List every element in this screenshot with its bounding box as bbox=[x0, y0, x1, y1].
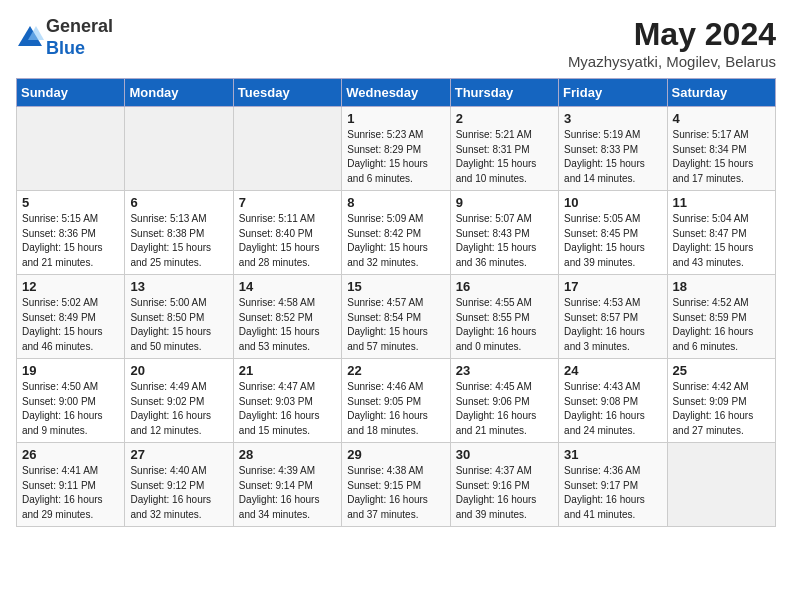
calendar-cell: 20Sunrise: 4:49 AM Sunset: 9:02 PM Dayli… bbox=[125, 359, 233, 443]
calendar-cell: 6Sunrise: 5:13 AM Sunset: 8:38 PM Daylig… bbox=[125, 191, 233, 275]
day-number: 13 bbox=[130, 279, 227, 294]
calendar-cell: 14Sunrise: 4:58 AM Sunset: 8:52 PM Dayli… bbox=[233, 275, 341, 359]
day-info: Sunrise: 4:43 AM Sunset: 9:08 PM Dayligh… bbox=[564, 380, 661, 438]
weekday-header-saturday: Saturday bbox=[667, 79, 775, 107]
calendar-cell: 3Sunrise: 5:19 AM Sunset: 8:33 PM Daylig… bbox=[559, 107, 667, 191]
weekday-header-sunday: Sunday bbox=[17, 79, 125, 107]
day-number: 15 bbox=[347, 279, 444, 294]
calendar-cell: 28Sunrise: 4:39 AM Sunset: 9:14 PM Dayli… bbox=[233, 443, 341, 527]
day-number: 27 bbox=[130, 447, 227, 462]
calendar-cell: 31Sunrise: 4:36 AM Sunset: 9:17 PM Dayli… bbox=[559, 443, 667, 527]
day-number: 20 bbox=[130, 363, 227, 378]
calendar-cell: 13Sunrise: 5:00 AM Sunset: 8:50 PM Dayli… bbox=[125, 275, 233, 359]
calendar-cell: 7Sunrise: 5:11 AM Sunset: 8:40 PM Daylig… bbox=[233, 191, 341, 275]
day-number: 25 bbox=[673, 363, 770, 378]
month-year: May 2024 bbox=[568, 16, 776, 53]
calendar-cell: 19Sunrise: 4:50 AM Sunset: 9:00 PM Dayli… bbox=[17, 359, 125, 443]
day-info: Sunrise: 5:07 AM Sunset: 8:43 PM Dayligh… bbox=[456, 212, 553, 270]
week-row-5: 26Sunrise: 4:41 AM Sunset: 9:11 PM Dayli… bbox=[17, 443, 776, 527]
day-number: 4 bbox=[673, 111, 770, 126]
day-info: Sunrise: 5:17 AM Sunset: 8:34 PM Dayligh… bbox=[673, 128, 770, 186]
calendar-cell: 25Sunrise: 4:42 AM Sunset: 9:09 PM Dayli… bbox=[667, 359, 775, 443]
calendar-cell: 15Sunrise: 4:57 AM Sunset: 8:54 PM Dayli… bbox=[342, 275, 450, 359]
calendar-cell: 1Sunrise: 5:23 AM Sunset: 8:29 PM Daylig… bbox=[342, 107, 450, 191]
day-info: Sunrise: 4:36 AM Sunset: 9:17 PM Dayligh… bbox=[564, 464, 661, 522]
day-info: Sunrise: 4:39 AM Sunset: 9:14 PM Dayligh… bbox=[239, 464, 336, 522]
week-row-4: 19Sunrise: 4:50 AM Sunset: 9:00 PM Dayli… bbox=[17, 359, 776, 443]
day-number: 12 bbox=[22, 279, 119, 294]
day-info: Sunrise: 4:41 AM Sunset: 9:11 PM Dayligh… bbox=[22, 464, 119, 522]
calendar-cell: 23Sunrise: 4:45 AM Sunset: 9:06 PM Dayli… bbox=[450, 359, 558, 443]
calendar-cell: 30Sunrise: 4:37 AM Sunset: 9:16 PM Dayli… bbox=[450, 443, 558, 527]
page-header: General Blue May 2024 Myazhysyatki, Mogi… bbox=[16, 16, 776, 70]
day-info: Sunrise: 4:46 AM Sunset: 9:05 PM Dayligh… bbox=[347, 380, 444, 438]
weekday-header-tuesday: Tuesday bbox=[233, 79, 341, 107]
calendar-cell: 27Sunrise: 4:40 AM Sunset: 9:12 PM Dayli… bbox=[125, 443, 233, 527]
day-info: Sunrise: 5:19 AM Sunset: 8:33 PM Dayligh… bbox=[564, 128, 661, 186]
day-info: Sunrise: 4:52 AM Sunset: 8:59 PM Dayligh… bbox=[673, 296, 770, 354]
day-info: Sunrise: 5:05 AM Sunset: 8:45 PM Dayligh… bbox=[564, 212, 661, 270]
day-number: 18 bbox=[673, 279, 770, 294]
week-row-1: 1Sunrise: 5:23 AM Sunset: 8:29 PM Daylig… bbox=[17, 107, 776, 191]
calendar-cell: 9Sunrise: 5:07 AM Sunset: 8:43 PM Daylig… bbox=[450, 191, 558, 275]
day-info: Sunrise: 4:40 AM Sunset: 9:12 PM Dayligh… bbox=[130, 464, 227, 522]
day-info: Sunrise: 4:53 AM Sunset: 8:57 PM Dayligh… bbox=[564, 296, 661, 354]
calendar-cell: 22Sunrise: 4:46 AM Sunset: 9:05 PM Dayli… bbox=[342, 359, 450, 443]
logo: General Blue bbox=[16, 16, 113, 59]
day-number: 11 bbox=[673, 195, 770, 210]
day-number: 23 bbox=[456, 363, 553, 378]
day-number: 10 bbox=[564, 195, 661, 210]
day-number: 28 bbox=[239, 447, 336, 462]
day-number: 17 bbox=[564, 279, 661, 294]
calendar-cell: 16Sunrise: 4:55 AM Sunset: 8:55 PM Dayli… bbox=[450, 275, 558, 359]
calendar-cell: 4Sunrise: 5:17 AM Sunset: 8:34 PM Daylig… bbox=[667, 107, 775, 191]
day-number: 6 bbox=[130, 195, 227, 210]
day-info: Sunrise: 5:13 AM Sunset: 8:38 PM Dayligh… bbox=[130, 212, 227, 270]
day-info: Sunrise: 4:45 AM Sunset: 9:06 PM Dayligh… bbox=[456, 380, 553, 438]
weekday-header-monday: Monday bbox=[125, 79, 233, 107]
day-info: Sunrise: 5:23 AM Sunset: 8:29 PM Dayligh… bbox=[347, 128, 444, 186]
day-number: 31 bbox=[564, 447, 661, 462]
day-number: 2 bbox=[456, 111, 553, 126]
calendar-cell: 18Sunrise: 4:52 AM Sunset: 8:59 PM Dayli… bbox=[667, 275, 775, 359]
week-row-2: 5Sunrise: 5:15 AM Sunset: 8:36 PM Daylig… bbox=[17, 191, 776, 275]
calendar-cell: 10Sunrise: 5:05 AM Sunset: 8:45 PM Dayli… bbox=[559, 191, 667, 275]
logo-icon bbox=[16, 24, 44, 52]
week-row-3: 12Sunrise: 5:02 AM Sunset: 8:49 PM Dayli… bbox=[17, 275, 776, 359]
day-info: Sunrise: 4:42 AM Sunset: 9:09 PM Dayligh… bbox=[673, 380, 770, 438]
calendar-cell: 29Sunrise: 4:38 AM Sunset: 9:15 PM Dayli… bbox=[342, 443, 450, 527]
calendar-cell: 24Sunrise: 4:43 AM Sunset: 9:08 PM Dayli… bbox=[559, 359, 667, 443]
weekday-header-friday: Friday bbox=[559, 79, 667, 107]
day-number: 9 bbox=[456, 195, 553, 210]
calendar-cell: 26Sunrise: 4:41 AM Sunset: 9:11 PM Dayli… bbox=[17, 443, 125, 527]
calendar-cell bbox=[667, 443, 775, 527]
day-number: 16 bbox=[456, 279, 553, 294]
calendar-cell: 2Sunrise: 5:21 AM Sunset: 8:31 PM Daylig… bbox=[450, 107, 558, 191]
day-number: 3 bbox=[564, 111, 661, 126]
calendar-cell: 21Sunrise: 4:47 AM Sunset: 9:03 PM Dayli… bbox=[233, 359, 341, 443]
calendar-cell: 5Sunrise: 5:15 AM Sunset: 8:36 PM Daylig… bbox=[17, 191, 125, 275]
day-info: Sunrise: 4:38 AM Sunset: 9:15 PM Dayligh… bbox=[347, 464, 444, 522]
day-number: 19 bbox=[22, 363, 119, 378]
calendar-cell bbox=[125, 107, 233, 191]
day-number: 21 bbox=[239, 363, 336, 378]
weekday-header-row: SundayMondayTuesdayWednesdayThursdayFrid… bbox=[17, 79, 776, 107]
calendar-cell: 8Sunrise: 5:09 AM Sunset: 8:42 PM Daylig… bbox=[342, 191, 450, 275]
day-info: Sunrise: 4:37 AM Sunset: 9:16 PM Dayligh… bbox=[456, 464, 553, 522]
day-info: Sunrise: 5:21 AM Sunset: 8:31 PM Dayligh… bbox=[456, 128, 553, 186]
calendar-table: SundayMondayTuesdayWednesdayThursdayFrid… bbox=[16, 78, 776, 527]
day-number: 1 bbox=[347, 111, 444, 126]
day-info: Sunrise: 5:11 AM Sunset: 8:40 PM Dayligh… bbox=[239, 212, 336, 270]
day-number: 5 bbox=[22, 195, 119, 210]
day-info: Sunrise: 4:49 AM Sunset: 9:02 PM Dayligh… bbox=[130, 380, 227, 438]
title-block: May 2024 Myazhysyatki, Mogilev, Belarus bbox=[568, 16, 776, 70]
day-info: Sunrise: 4:57 AM Sunset: 8:54 PM Dayligh… bbox=[347, 296, 444, 354]
calendar-cell: 17Sunrise: 4:53 AM Sunset: 8:57 PM Dayli… bbox=[559, 275, 667, 359]
day-number: 29 bbox=[347, 447, 444, 462]
calendar-cell bbox=[233, 107, 341, 191]
calendar-cell: 11Sunrise: 5:04 AM Sunset: 8:47 PM Dayli… bbox=[667, 191, 775, 275]
weekday-header-wednesday: Wednesday bbox=[342, 79, 450, 107]
day-info: Sunrise: 4:50 AM Sunset: 9:00 PM Dayligh… bbox=[22, 380, 119, 438]
day-number: 24 bbox=[564, 363, 661, 378]
day-info: Sunrise: 5:02 AM Sunset: 8:49 PM Dayligh… bbox=[22, 296, 119, 354]
